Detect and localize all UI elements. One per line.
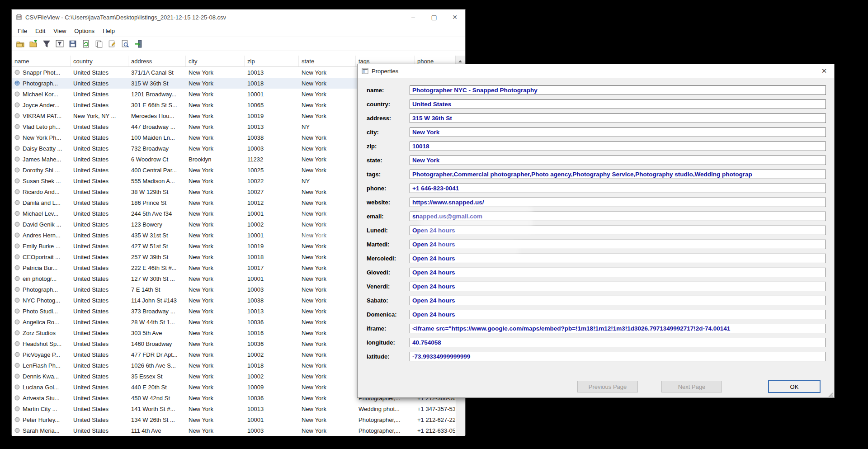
field-input-longitude[interactable]: 40.754058 xyxy=(410,338,826,347)
cell-country: United States xyxy=(71,414,128,425)
field-input-city[interactable]: New York xyxy=(410,128,826,137)
cell-name: VIKRAM PAT... xyxy=(12,110,71,121)
field-input-martedi[interactable]: Open 24 hours xyxy=(410,240,826,249)
menu-view[interactable]: View xyxy=(49,26,70,36)
field-input-name[interactable]: Photographer NYC - Snapped Photography xyxy=(410,85,826,95)
maximize-button[interactable]: ▢ xyxy=(424,9,444,25)
cell-country: United States xyxy=(71,230,128,241)
next-page-button[interactable]: Next Page xyxy=(661,381,722,392)
field-input-zip[interactable]: 10018 xyxy=(410,142,826,151)
menu-help[interactable]: Help xyxy=(99,26,119,36)
cell-name: Ricardo And... xyxy=(12,186,71,197)
column-header-country[interactable]: country xyxy=(71,56,128,66)
cell-city: New York xyxy=(186,175,245,186)
record-icon xyxy=(14,167,20,173)
copy-icon[interactable] xyxy=(94,39,104,49)
field-row-sabato: Sabato:Open 24 hours xyxy=(367,295,826,306)
cell-address: 114 John St #143 xyxy=(128,295,186,306)
cell-state: New York xyxy=(299,295,356,306)
field-input-website[interactable]: https://www.snapped.us/ xyxy=(410,198,826,207)
cell-country: United States xyxy=(71,175,128,186)
cell-zip: 10003 xyxy=(245,143,299,154)
cell-country: United States xyxy=(71,186,128,197)
field-input-lunedi[interactable]: Open 24 hours xyxy=(410,226,826,235)
field-input-tags[interactable]: Photographer,Commercial photographer,Pho… xyxy=(410,170,826,179)
cell-city: New York xyxy=(186,197,245,208)
table-row[interactable]: Martin City ...United States141 Worth St… xyxy=(12,403,465,414)
app-icon xyxy=(15,14,23,21)
row-name-text: New York Ph... xyxy=(23,134,61,141)
cell-name: Daisy Beatty ... xyxy=(12,143,71,154)
menu-file[interactable]: File xyxy=(14,26,31,36)
menu-options[interactable]: Options xyxy=(70,26,99,36)
field-row-latitude: latitude:-73.99334999999999 xyxy=(367,351,826,362)
field-label-tags: tags: xyxy=(367,171,410,178)
field-label-lunedi: Lunedi: xyxy=(367,227,410,234)
cell-country: United States xyxy=(71,317,128,327)
dialog-titlebar[interactable]: Properties ✕ xyxy=(358,64,834,78)
cell-address: 1460 Broadway xyxy=(128,338,186,349)
field-row-tags: tags:Photographer,Commercial photographe… xyxy=(367,169,826,180)
refresh-icon[interactable] xyxy=(81,39,91,49)
record-icon xyxy=(14,178,20,184)
cell-country: United States xyxy=(71,360,128,371)
column-header-zip[interactable]: zip xyxy=(245,56,299,66)
cell-address: 555 Madison A... xyxy=(128,175,186,186)
cell-zip: 10002 xyxy=(245,371,299,382)
properties-icon[interactable] xyxy=(107,39,117,49)
record-icon xyxy=(14,287,20,292)
cell-state: New York xyxy=(299,382,356,392)
close-button[interactable]: ✕ xyxy=(444,9,465,25)
cell-city: New York xyxy=(186,360,245,371)
cell-country: United States xyxy=(71,143,128,154)
field-input-domenica[interactable]: Open 24 hours xyxy=(410,310,826,319)
field-input-giovedi[interactable]: Open 24 hours xyxy=(410,268,826,277)
cell-zip: 10022 xyxy=(245,175,299,186)
row-name-text: Michael Lev... xyxy=(23,210,58,217)
column-header-state[interactable]: state xyxy=(299,56,356,66)
cell-country: New York, NY ... xyxy=(71,110,128,121)
field-input-phone[interactable]: +1 646-823-0041 xyxy=(410,184,826,193)
cell-city: New York xyxy=(186,425,245,436)
cell-name: Angelica Ro... xyxy=(12,317,71,327)
cell-zip: 10027 xyxy=(245,186,299,197)
menu-edit[interactable]: Edit xyxy=(31,26,49,36)
cell-country: United States xyxy=(71,349,128,360)
cell-state: New York xyxy=(299,327,356,338)
field-input-state[interactable]: New York xyxy=(410,156,826,165)
ok-button[interactable]: OK xyxy=(768,380,821,393)
cell-zip: 10013 xyxy=(245,403,299,414)
dialog-close-icon[interactable]: ✕ xyxy=(814,64,834,78)
field-input-email[interactable]: snapped.us@gmail.com xyxy=(410,212,826,221)
column-header-city[interactable]: city xyxy=(186,56,245,66)
field-input-iframe[interactable]: <iframe src="https://www.google.com/maps… xyxy=(410,324,826,333)
field-label-email: email: xyxy=(367,213,410,220)
column-header-address[interactable]: address xyxy=(128,56,186,66)
minimize-button[interactable]: – xyxy=(403,9,424,25)
previous-page-button[interactable]: Previous Page xyxy=(577,381,638,392)
table-row[interactable]: Peter Hurley...United States134 W 26th S… xyxy=(12,414,465,425)
field-input-country[interactable]: United States xyxy=(410,99,826,109)
titlebar[interactable]: CSVFileView - C:\Users\javaTeam\Desktop\… xyxy=(12,9,465,25)
cell-address: Mercedes Hou... xyxy=(128,110,186,121)
field-row-mercoledi: Mercoledi:Open 24 hours xyxy=(367,253,826,264)
save-icon[interactable] xyxy=(68,39,78,49)
field-input-latitude[interactable]: -73.99334999999999 xyxy=(410,352,826,361)
field-input-address[interactable]: 315 W 36th St xyxy=(410,113,826,123)
resize-grip-icon[interactable] xyxy=(827,391,833,397)
filter-icon[interactable] xyxy=(42,39,52,49)
filter-window-icon[interactable] xyxy=(55,39,65,49)
open-folder-add-icon[interactable] xyxy=(28,39,38,49)
cell-country: United States xyxy=(71,382,128,392)
dialog-title: Properties xyxy=(372,68,398,75)
table-row[interactable]: Sarah Meria...United States111 4th AveNe… xyxy=(12,425,465,436)
column-header-name[interactable]: name xyxy=(12,56,71,66)
open-file-icon[interactable] xyxy=(15,39,25,49)
exit-icon[interactable] xyxy=(133,39,143,49)
field-input-sabato[interactable]: Open 24 hours xyxy=(410,296,826,305)
cell-state: New York xyxy=(299,186,356,197)
row-name-text: Snappr Phot... xyxy=(23,69,60,76)
find-icon[interactable] xyxy=(120,39,130,49)
field-input-mercoledi[interactable]: Open 24 hours xyxy=(410,254,826,263)
field-input-venerdi[interactable]: Open 24 hours xyxy=(410,282,826,291)
